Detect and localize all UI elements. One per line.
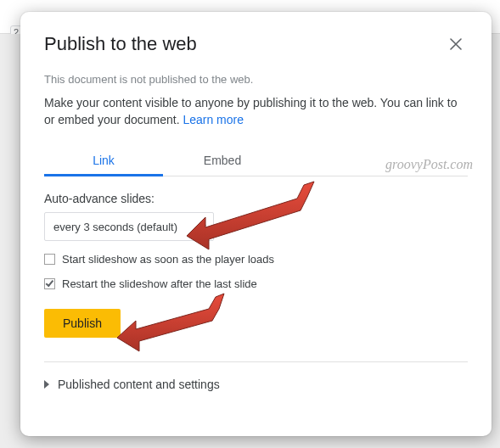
close-button[interactable] (444, 32, 468, 56)
publish-button[interactable]: Publish (44, 309, 121, 338)
divider (44, 361, 468, 362)
auto-advance-select[interactable]: every 3 seconds (default) (44, 212, 214, 241)
publish-status-text: This document is not published to the we… (44, 73, 468, 86)
restart-after-last-label: Restart the slideshow after the last sli… (62, 277, 257, 290)
dialog-description-text: Make your content visible to anyone by p… (44, 96, 457, 126)
tab-bar: Link Embed groovyPost.com (44, 147, 468, 176)
dialog-title: Publish to the web (44, 32, 197, 56)
tab-link[interactable]: Link (44, 147, 163, 176)
chevron-right-icon (44, 380, 49, 389)
auto-advance-value: every 3 seconds (default) (53, 221, 177, 233)
watermark-text: groovyPost.com (385, 157, 473, 172)
tab-active-indicator (44, 174, 163, 176)
expander-label: Published content and settings (58, 378, 220, 391)
start-on-load-checkbox[interactable]: Start slideshow as soon as the player lo… (44, 253, 468, 266)
checkbox-icon (44, 278, 55, 289)
close-icon (450, 38, 462, 50)
publish-to-web-dialog: Publish to the web This document is not … (20, 12, 492, 436)
restart-after-last-checkbox[interactable]: Restart the slideshow after the last sli… (44, 277, 468, 290)
dialog-description: Make your content visible to anyone by p… (44, 94, 468, 128)
learn-more-link[interactable]: Learn more (183, 113, 244, 126)
auto-advance-label: Auto-advance slides: (44, 192, 468, 205)
published-content-settings-expander[interactable]: Published content and settings (44, 378, 468, 391)
checkbox-icon (44, 254, 55, 265)
chevron-down-icon (199, 225, 206, 228)
tab-embed[interactable]: Embed (163, 147, 282, 176)
start-on-load-label: Start slideshow as soon as the player lo… (62, 253, 274, 266)
